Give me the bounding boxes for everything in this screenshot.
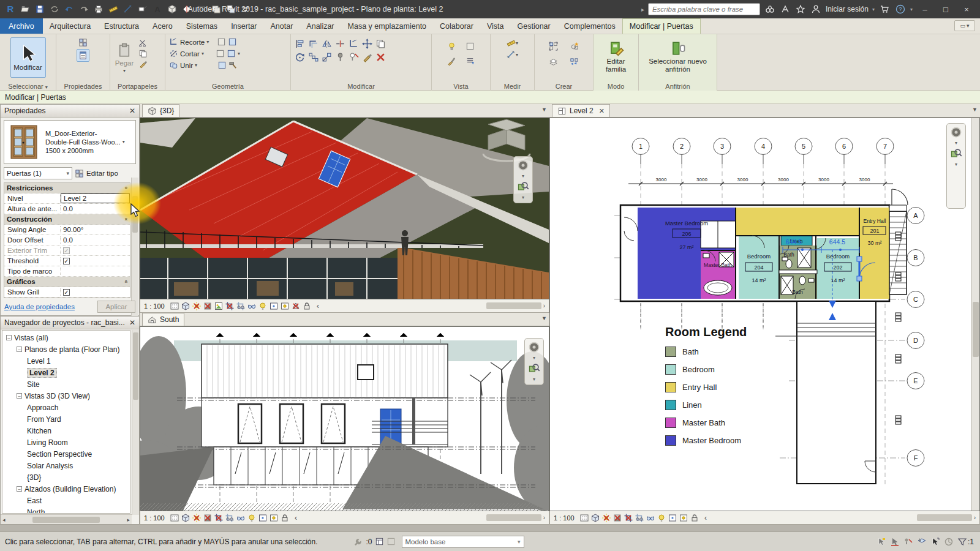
grid-bubble-E[interactable]: E xyxy=(913,377,918,384)
panel-label-geometria[interactable]: Geometría xyxy=(165,83,290,90)
edit-family-button[interactable]: Editar familia xyxy=(598,37,635,77)
browser-header[interactable]: Navegador de proyectos - rac_basi...✕ xyxy=(1,317,139,329)
constraints-icon[interactable] xyxy=(690,513,699,523)
view3d-navbar[interactable]: ▾ ▾ xyxy=(513,156,533,203)
plan-vscrollbar[interactable] xyxy=(971,118,979,511)
copy-icon[interactable] xyxy=(138,49,148,58)
preview-icon[interactable] xyxy=(170,301,179,311)
visual-style-icon[interactable] xyxy=(590,513,600,523)
unir-item[interactable]: Unir▾ xyxy=(169,59,290,71)
selection-filter[interactable]: :1 xyxy=(957,537,974,547)
reveal-hidden-icon[interactable] xyxy=(657,513,666,523)
favorites-star-icon[interactable] xyxy=(794,3,807,15)
tree-item-planos-de-planta-floor-plan-[interactable]: –Planos de planta (Floor Plan) xyxy=(2,343,130,355)
sun-path-off-icon[interactable] xyxy=(192,301,202,311)
ribbon-display-toggle[interactable]: ▭▾ xyxy=(954,20,975,31)
grid-bubble-4[interactable]: 4 xyxy=(761,143,765,150)
create-similar-icon[interactable] xyxy=(564,54,585,70)
ribbon-tab-arquitectura[interactable]: Arquitectura xyxy=(43,18,97,34)
grid-dimension[interactable]: 3000 xyxy=(818,177,829,182)
sign-in-caret-icon[interactable]: ▾ xyxy=(872,7,875,12)
override-graphics-icon[interactable] xyxy=(461,39,480,53)
select-host-button[interactable]: Seleccionar nuevo anfitrión xyxy=(642,37,714,77)
tree-item-approach[interactable]: Approach xyxy=(2,402,130,413)
grid-bubble-C[interactable]: C xyxy=(913,296,918,303)
room-label[interactable]: Bedroom xyxy=(826,253,850,260)
ribbon-tab-gestionar[interactable]: Gestionar xyxy=(511,18,557,34)
property-value[interactable]: 0.0 xyxy=(61,235,130,245)
constraints-icon[interactable] xyxy=(280,513,290,523)
temporary-hide-icon[interactable] xyxy=(236,513,246,523)
reveal-hidden-icon[interactable] xyxy=(258,301,268,311)
plan-zoom-icon[interactable] xyxy=(950,148,962,160)
view3d-tab-menu-icon[interactable]: ▼ xyxy=(541,107,547,113)
tree-item--3d-[interactable]: {3D} xyxy=(2,471,130,483)
panel-label-propiedades[interactable]: Propiedades xyxy=(56,83,110,90)
south-navbar[interactable]: ▾ ▾ xyxy=(524,338,544,385)
paste-button[interactable]: Pegar▾ xyxy=(110,37,138,78)
worksharing-icon[interactable] xyxy=(269,513,279,523)
copy-icon[interactable] xyxy=(374,37,387,50)
tree-expand-icon[interactable]: – xyxy=(17,486,22,492)
tree-item-north[interactable]: North xyxy=(2,506,130,514)
worksets-dialog-icon[interactable] xyxy=(375,537,384,546)
south-tab[interactable]: South xyxy=(142,313,184,326)
tree-item-level-1[interactable]: Level 1 xyxy=(2,355,130,367)
room-number[interactable]: 201 xyxy=(870,228,879,234)
grid-bubble-3[interactable]: 3 xyxy=(720,143,724,150)
temp-dimension[interactable]: 644.5 xyxy=(786,238,802,246)
properties-help-link[interactable]: Ayuda de propiedades xyxy=(4,303,75,310)
recorte-item[interactable]: Recorte▾ xyxy=(169,36,290,48)
view3d-scale[interactable]: 1 : 100 xyxy=(144,302,165,310)
ribbon-tab-vista[interactable]: Vista xyxy=(480,18,511,34)
print-icon[interactable] xyxy=(92,3,105,16)
room-number[interactable]: 206 xyxy=(682,231,691,237)
plan-wheel-icon[interactable] xyxy=(950,126,962,138)
ribbon-tab-archivo[interactable]: Archivo xyxy=(0,18,43,34)
close-button[interactable]: × xyxy=(958,2,975,16)
grid-bubble-A[interactable]: A xyxy=(913,212,918,219)
room-number[interactable]: 204 xyxy=(754,264,763,271)
filter-select[interactable]: Puertas (1)▾ xyxy=(4,167,72,179)
switch-windows-icon[interactable] xyxy=(224,3,237,16)
tree-item-from-yard[interactable]: From Yard xyxy=(2,413,130,425)
property-value[interactable]: ✓ xyxy=(61,256,130,266)
view3d-canvas[interactable]: ▾ ▾ xyxy=(140,118,549,299)
user-icon[interactable] xyxy=(810,3,822,15)
panel-label-modo[interactable]: Modo xyxy=(594,83,638,90)
maximize-button[interactable]: □ xyxy=(937,2,954,16)
mirror-icon[interactable] xyxy=(320,37,333,50)
grid-bubble-1[interactable]: 1 xyxy=(639,143,643,150)
close-hidden-windows-icon[interactable] xyxy=(209,3,222,16)
visual-style-icon[interactable] xyxy=(181,513,190,523)
property-checkbox[interactable]: ✓ xyxy=(63,258,70,264)
edit-type-button[interactable]: Editar tipo xyxy=(86,170,118,177)
split-face-icon[interactable] xyxy=(227,49,236,58)
save-icon[interactable] xyxy=(33,3,46,16)
room-number[interactable]: 202 xyxy=(833,264,842,271)
undo-icon[interactable] xyxy=(62,3,75,16)
property-checkbox[interactable]: ✓ xyxy=(63,289,70,296)
trim-icon[interactable] xyxy=(347,37,360,50)
type-caret-icon[interactable]: ▾ xyxy=(123,138,125,146)
displace-elements-icon[interactable] xyxy=(461,53,480,68)
grid-bubble-7[interactable]: 7 xyxy=(883,143,887,150)
plan-canvas[interactable]: 1234567300030003000300030003000ABCDEF xyxy=(549,118,980,511)
property-section-header[interactable]: Restricciones« xyxy=(4,183,130,193)
temporary-view-icon[interactable] xyxy=(269,301,279,311)
select-underlay-icon[interactable] xyxy=(890,537,900,547)
sun-path-off-icon[interactable] xyxy=(601,513,611,523)
south-scroll-right-icon[interactable]: › xyxy=(543,514,545,521)
match-icon[interactable] xyxy=(361,51,374,64)
filter-icon[interactable] xyxy=(957,537,967,547)
editable-only-icon[interactable] xyxy=(386,537,396,546)
temporary-view-icon[interactable] xyxy=(668,513,677,523)
shadows-off-icon[interactable] xyxy=(203,301,213,311)
south-zoom-icon[interactable] xyxy=(528,362,540,375)
ribbon-tab-complementos[interactable]: Complementos xyxy=(557,18,622,34)
background-processes-icon[interactable] xyxy=(944,537,954,547)
tree-item-vistas-3d-3d-view-[interactable]: –Vistas 3D (3D View) xyxy=(2,390,130,402)
help-icon[interactable]: ? xyxy=(894,3,907,15)
rotate-icon[interactable] xyxy=(293,51,306,64)
tree-item-alzados-building-elevation-[interactable]: –Alzados (Building Elevation) xyxy=(2,483,130,495)
